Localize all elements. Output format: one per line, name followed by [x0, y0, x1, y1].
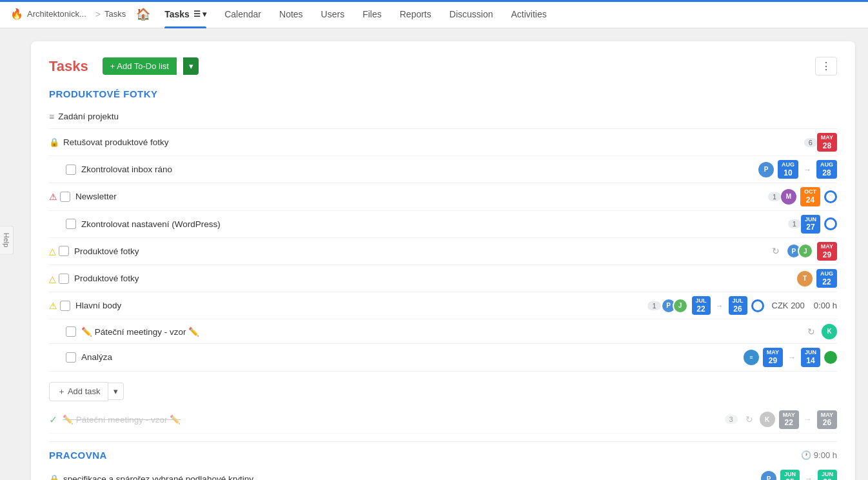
task-count: 1 [768, 192, 781, 201]
task-checkbox[interactable] [66, 352, 76, 363]
date-badge: May29 [763, 348, 783, 366]
more-options-button[interactable]: ⋮ [815, 57, 837, 75]
table-row: Zkontrolovat nastavení (WordPress) 1 Jun… [49, 211, 837, 238]
avatar-group: P J [786, 243, 813, 259]
task-name: specifikace a spárořez vybrané podlahové… [63, 474, 761, 480]
table-row: 🔒 specifikace a spárořez vybrané podlaho… [49, 466, 837, 480]
date-badge: Jun27 [801, 215, 820, 234]
task-list-produktove-fotky: ≡ Zadání projektu 🔒 Retušovat produktové… [49, 105, 837, 372]
task-name: ✏️ Páteční meetingy - vzor ✏️ [81, 326, 805, 337]
header-left: Tasks + Add To-Do list ▾ [49, 57, 199, 75]
task-checkbox[interactable] [59, 246, 69, 256]
task-count: 6 [804, 138, 817, 147]
sync-icon: ↻ [745, 414, 753, 425]
table-row: ≡ Zadání projektu [49, 105, 837, 129]
add-task-caret-button[interactable]: ▾ [108, 383, 124, 400]
task-right: May28 [817, 133, 837, 152]
task-cost: CZK 200 [772, 301, 805, 310]
section-time: 🕐 9:00 h [801, 450, 837, 460]
date-arrow: → [804, 165, 811, 174]
task-time: 0:00 h [814, 301, 837, 310]
brand-name: Architektonick... [27, 9, 86, 19]
add-task-button[interactable]: ＋ Add task [49, 382, 108, 401]
warning-icon: ⚠ [49, 192, 57, 202]
task-name: Zkontrolovat inbox ráno [81, 165, 758, 174]
nav-tasks-label: Tasks [164, 9, 190, 19]
nav-calendar[interactable]: Calendar [215, 0, 270, 28]
avatar: M [781, 189, 796, 205]
nav-tasks[interactable]: Tasks ☰ ▾ [155, 0, 215, 28]
task-count: 1 [647, 301, 660, 310]
task-checkbox[interactable] [66, 326, 76, 337]
task-checkbox[interactable] [66, 219, 76, 229]
brand-icon: 🔥 [10, 8, 23, 20]
add-task-row: ＋ Add task ▾ [49, 382, 837, 401]
task-checkbox[interactable] [59, 274, 69, 284]
date-badge: Aug28 [816, 160, 837, 179]
section-title-produktove-fotky: Produktové fotky [49, 88, 158, 99]
date-badge: May26 [817, 410, 837, 429]
date-arrow: → [788, 353, 796, 362]
date-arrow: → [805, 474, 813, 480]
date-badge: May28 [817, 133, 837, 152]
avatar: K [760, 412, 775, 427]
table-row: Zkontrolovat inbox ráno P Aug10 → Aug28 [49, 156, 837, 183]
date-badge: Jul26 [729, 296, 747, 315]
help-button[interactable]: Help [0, 226, 14, 255]
table-row: Analýza ≡ May29 → Jun14 [49, 344, 837, 371]
table-row: ✏️ Páteční meetingy - vzor ✏️ ↻ K [49, 319, 837, 344]
nav-reports[interactable]: Reports [391, 0, 440, 28]
date-badge: Jun30 [818, 470, 837, 480]
warning-icon: △ [49, 246, 56, 256]
completed-task-row: ✓ ✏️ Páteční meetingy - vzor ✏️ 3 ↻ K Ma… [49, 406, 837, 434]
task-right: ≡ May29 → Jun14 [744, 348, 837, 366]
add-todo-caret-button[interactable]: ▾ [183, 57, 199, 75]
date-badge: May29 [817, 242, 837, 261]
avatar: ≡ [744, 350, 759, 365]
table-row: ⚠ Newsletter 1 M Oct24 [49, 183, 837, 210]
task-name: Produktové fotky [74, 246, 769, 256]
avatar: T [797, 271, 813, 286]
top-accent-bar [0, 0, 868, 2]
tasks-header: Tasks + Add To-Do list ▾ ⋮ [49, 57, 837, 75]
task-name: Zadání projektu [58, 112, 837, 121]
avatar: P [758, 162, 774, 177]
task-checkbox[interactable] [66, 165, 76, 175]
task-right: ↻ P J May29 [769, 242, 837, 261]
date-arrow: → [716, 301, 724, 310]
status-circle-icon [824, 190, 837, 203]
tasks-filter-icon: ☰ ▾ [193, 10, 206, 19]
task-name: Analýza [81, 352, 744, 362]
nav-notes[interactable]: Notes [270, 0, 312, 28]
nav-files[interactable]: Files [353, 0, 391, 28]
warning-icon: ⚠ [49, 301, 57, 311]
nav-items: Tasks ☰ ▾ Calendar Notes Users Files Rep… [155, 0, 556, 28]
task-right: P J Jul22 → Jul26 CZK 200 0:00 h [661, 296, 838, 315]
date-badge: Jul22 [692, 296, 711, 315]
brand-area[interactable]: 🔥 Architektonick... [10, 8, 86, 20]
add-todo-button[interactable]: + Add To-Do list [103, 57, 177, 75]
task-name: Produktové fotky [74, 274, 797, 283]
avatar: J [673, 298, 688, 314]
warning-icon: △ [49, 274, 56, 284]
avatar: K [822, 324, 837, 339]
task-right: ↻ K [805, 324, 837, 339]
task-count: 3 [725, 415, 738, 424]
nav-discussion[interactable]: Discussion [440, 0, 502, 28]
completed-check-icon: ✓ [49, 414, 57, 426]
section-produktove-fotky-header: Produktové fotky [49, 88, 837, 99]
nav-activities[interactable]: Activities [502, 0, 555, 28]
status-circle-green-icon [824, 351, 837, 364]
task-checkbox[interactable] [60, 192, 70, 202]
task-right: P Aug10 → Aug28 [758, 160, 837, 179]
nav-users[interactable]: Users [312, 0, 354, 28]
content-card: Tasks + Add To-Do list ▾ ⋮ Produktové fo… [31, 41, 855, 480]
date-badge: Aug22 [816, 269, 837, 288]
task-checkbox[interactable] [60, 301, 70, 311]
lock-icon: 🔒 [49, 137, 59, 147]
main-wrapper: Tasks + Add To-Do list ▾ ⋮ Produktové fo… [18, 28, 868, 480]
task-name: Retušovat produktové fotky [63, 137, 800, 147]
date-badge: Oct24 [800, 187, 820, 206]
breadcrumb-current: Tasks [104, 9, 126, 19]
home-link[interactable]: 🏠 [136, 7, 150, 21]
